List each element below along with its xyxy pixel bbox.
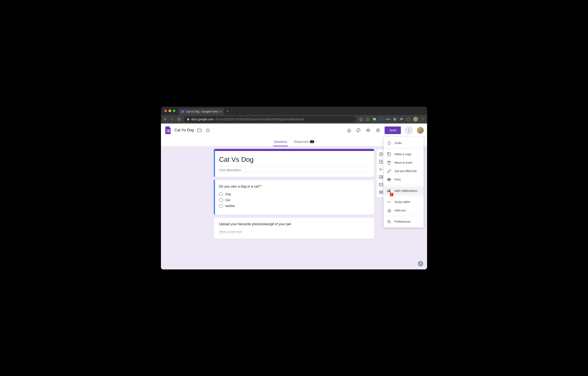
app-header: Cat Vs Dog Send xyxy=(161,123,427,137)
question-1-text: Do you own a dog or a cat?* xyxy=(219,185,369,188)
svg-rect-15 xyxy=(168,129,170,130)
code-icon xyxy=(387,200,391,204)
svg-point-25 xyxy=(409,131,409,132)
menu-undo[interactable]: Undo xyxy=(384,139,424,147)
menu-separator xyxy=(384,148,424,149)
menu-addons[interactable]: Add-ons xyxy=(384,206,424,215)
addon-icon xyxy=(387,208,391,212)
form-description-input[interactable]: Form description xyxy=(219,168,369,172)
ext-circle-icon[interactable] xyxy=(379,117,383,121)
back-button[interactable] xyxy=(163,117,167,121)
option-label: Cat xyxy=(225,198,230,202)
svg-rect-1 xyxy=(182,111,183,111)
menu-prefilled-link[interactable]: Get pre-filled link xyxy=(384,167,424,175)
url-path: /forms/d/1QrEYytV662N0O5auPVAnojH9fVl99M… xyxy=(215,118,304,121)
ext-comment-icon[interactable] xyxy=(399,117,403,121)
option-row-cat[interactable]: Cat xyxy=(219,198,369,202)
responses-count-badge: 3 xyxy=(310,140,314,143)
more-options-button[interactable] xyxy=(405,126,413,134)
svg-rect-5 xyxy=(182,112,183,112)
link-icon xyxy=(387,169,391,173)
help-label: ? xyxy=(420,262,421,265)
question-2-text: Upload your favourite photo/video/gif of… xyxy=(219,222,369,226)
form-heading[interactable]: Cat Vs Dog xyxy=(219,156,369,164)
browser-tab[interactable]: Cat Vs Dog - Google Forms × xyxy=(179,108,224,115)
svg-rect-17 xyxy=(168,131,170,131)
send-button[interactable]: Send xyxy=(385,126,401,134)
question-1-text-label: Do you own a dog or a cat? xyxy=(219,185,260,188)
help-button[interactable]: ? xyxy=(418,261,423,266)
menu-print-label: Print xyxy=(395,178,401,181)
app-content: Cat Vs Dog Send Questions Responses 3 xyxy=(161,123,427,269)
copy-icon xyxy=(387,152,391,156)
svg-rect-18 xyxy=(167,132,167,132)
svg-point-22 xyxy=(359,129,359,130)
menu-separator xyxy=(384,216,424,216)
addons-button[interactable] xyxy=(346,127,352,133)
forward-button[interactable] xyxy=(170,117,174,121)
ext-drive-icon[interactable] xyxy=(366,117,370,121)
svg-point-34 xyxy=(389,222,390,223)
svg-text:T: T xyxy=(381,169,382,171)
question-card-2[interactable]: Upload your favourite photo/video/gif of… xyxy=(214,217,374,239)
menu-collaborators-label: Add collaborators xyxy=(395,189,418,192)
move-folder-button[interactable] xyxy=(196,127,202,133)
account-avatar[interactable] xyxy=(417,127,424,134)
customize-theme-button[interactable] xyxy=(356,127,361,133)
menu-add-collaborators[interactable]: Add collaborators 1 xyxy=(384,187,424,195)
short-answer-placeholder: Short answer text xyxy=(219,230,242,234)
tab-questions[interactable]: Questions xyxy=(273,137,288,146)
menu-separator xyxy=(384,185,424,185)
reload-button[interactable] xyxy=(177,117,181,121)
required-star-icon: * xyxy=(261,185,262,188)
collaborators-badge: 1 xyxy=(390,193,393,196)
menu-print[interactable]: Print xyxy=(384,175,424,184)
preview-button[interactable] xyxy=(365,127,371,133)
ext-round2-icon[interactable] xyxy=(406,117,410,121)
svg-rect-32 xyxy=(379,193,383,194)
option-row-dog[interactable]: Dog xyxy=(219,192,369,196)
browser-tab-title: Cat Vs Dog - Google Forms xyxy=(186,110,218,113)
browser-window: Cat Vs Dog - Google Forms × + docs.googl… xyxy=(161,107,427,269)
svg-point-12 xyxy=(423,119,423,119)
close-window-button[interactable] xyxy=(164,110,167,112)
star-button[interactable] xyxy=(205,127,211,133)
more-options-menu: Undo Make a copy Move to trash Get pre-f… xyxy=(384,137,424,228)
settings-button[interactable] xyxy=(375,127,381,133)
svg-rect-19 xyxy=(168,132,170,132)
svg-point-11 xyxy=(423,118,423,118)
radio-icon xyxy=(219,204,223,208)
form-title-card[interactable]: Cat Vs Dog Form description xyxy=(214,149,374,177)
new-tab-button[interactable]: + xyxy=(226,109,229,114)
menu-script-editor[interactable]: Script editor xyxy=(384,198,424,206)
menu-make-copy-label: Make a copy xyxy=(395,153,411,156)
radio-icon xyxy=(219,192,223,196)
svg-point-21 xyxy=(358,129,358,129)
close-tab-button[interactable]: × xyxy=(220,110,222,113)
svg-point-9 xyxy=(393,118,396,121)
browser-menu-button[interactable] xyxy=(421,117,425,122)
ext-mail-icon[interactable] xyxy=(373,117,376,121)
window-controls xyxy=(164,110,175,112)
zoom-window-button[interactable] xyxy=(173,110,175,112)
svg-rect-14 xyxy=(167,129,167,130)
question-card-1[interactable]: Do you own a dog or a cat?* Dog Cat Neit… xyxy=(214,180,374,215)
browser-profile-avatar[interactable] xyxy=(413,117,418,122)
address-bar[interactable]: docs.google.com/forms/d/1QrEYytV662N0O5a… xyxy=(184,116,356,122)
bookmark-star-button[interactable] xyxy=(359,117,363,121)
menu-make-copy[interactable]: Make a copy xyxy=(384,150,424,158)
ext-round1-icon[interactable] xyxy=(393,117,397,121)
option-row-neither[interactable]: Neither xyxy=(219,204,369,208)
option-label: Neither xyxy=(225,204,235,208)
menu-move-trash[interactable]: Move to trash xyxy=(384,158,424,167)
svg-point-23 xyxy=(409,129,409,129)
lock-icon xyxy=(187,118,190,121)
svg-point-33 xyxy=(388,220,389,222)
menu-preferences[interactable]: Preferences xyxy=(384,217,424,226)
svg-rect-2 xyxy=(182,112,182,112)
google-forms-logo-icon[interactable] xyxy=(164,126,172,134)
ext-new-icon[interactable]: NEW xyxy=(386,117,390,121)
minimize-window-button[interactable] xyxy=(168,110,171,112)
form-title-input[interactable]: Cat Vs Dog xyxy=(174,128,194,133)
tab-responses[interactable]: Responses 3 xyxy=(293,137,315,146)
